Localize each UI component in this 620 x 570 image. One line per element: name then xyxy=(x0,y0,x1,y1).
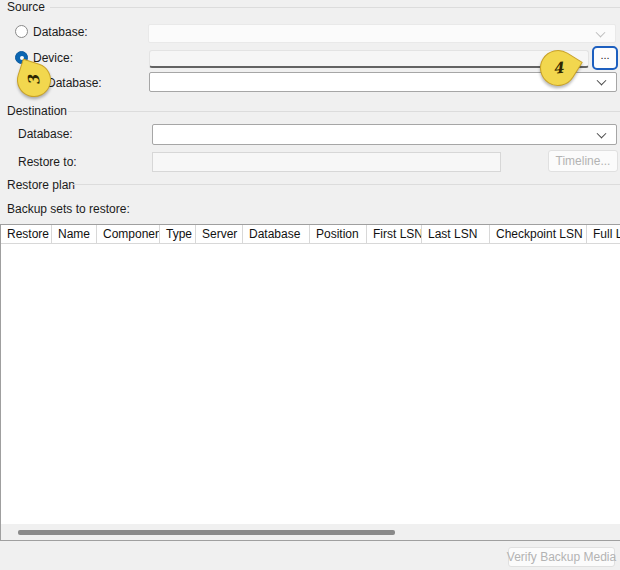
column-header-first-lsn[interactable]: First LSN xyxy=(367,225,422,244)
destination-database-label: Database: xyxy=(18,127,73,141)
destination-group-line xyxy=(68,111,620,112)
source-device-database-label: Database: xyxy=(47,76,102,90)
scrollbar-thumb[interactable] xyxy=(18,530,395,535)
callout-number: 4 xyxy=(552,59,564,78)
backup-sets-label: Backup sets to restore: xyxy=(7,202,130,216)
timeline-button[interactable]: Timeline... xyxy=(548,150,618,172)
source-database-radio-label[interactable]: Database: xyxy=(33,25,88,39)
column-header-last-lsn[interactable]: Last LSN xyxy=(422,225,490,244)
column-header-database[interactable]: Database xyxy=(243,225,310,244)
column-header-server[interactable]: Server xyxy=(196,225,243,244)
restore-plan-group-title: Restore plan xyxy=(7,178,75,192)
step-callout-3: 3 xyxy=(13,59,56,102)
restore-plan-group-line xyxy=(72,184,620,185)
horizontal-scrollbar[interactable] xyxy=(1,524,620,540)
destination-group-title: Destination xyxy=(7,104,67,118)
column-header-component[interactable]: Component xyxy=(97,225,160,244)
column-header-position[interactable]: Position xyxy=(310,225,367,244)
chevron-down-icon xyxy=(597,76,607,86)
source-group-line xyxy=(50,7,620,8)
table-header: RestoreNameComponentTypeServerDatabasePo… xyxy=(1,225,620,244)
source-database-combobox xyxy=(148,24,616,43)
backup-sets-grid: RestoreNameComponentTypeServerDatabasePo… xyxy=(0,224,620,541)
restore-to-input xyxy=(152,152,501,172)
verify-backup-media-button[interactable]: Verify Backup Media xyxy=(508,547,615,567)
destination-database-combobox[interactable] xyxy=(152,124,617,145)
column-header-restore[interactable]: Restore xyxy=(1,225,52,244)
browse-device-button[interactable]: ... xyxy=(592,46,618,70)
source-group-title: Source xyxy=(7,0,45,14)
column-header-full-lsn[interactable]: Full LSN xyxy=(587,225,620,244)
chevron-down-icon xyxy=(596,27,606,37)
device-path-input[interactable] xyxy=(149,50,589,68)
chevron-down-icon xyxy=(597,128,607,138)
restore-to-label: Restore to: xyxy=(18,155,77,169)
column-header-name[interactable]: Name xyxy=(52,225,97,244)
column-header-checkpoint-lsn[interactable]: Checkpoint LSN xyxy=(490,225,587,244)
table-body xyxy=(1,244,620,524)
callout-number: 3 xyxy=(24,74,43,87)
source-database-radio[interactable] xyxy=(15,25,28,38)
column-header-type[interactable]: Type xyxy=(160,225,196,244)
